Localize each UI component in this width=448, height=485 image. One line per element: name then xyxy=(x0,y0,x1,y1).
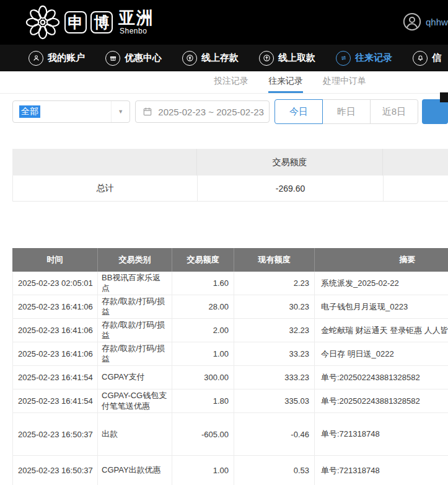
col-header-time: 时间 xyxy=(12,248,98,272)
brand-text: 亚洲 Shenbo xyxy=(118,9,154,35)
cell-time: 2025-02-23 16:50:37 xyxy=(13,413,98,456)
cell-amount: 1.80 xyxy=(172,389,234,413)
tab-bet-records[interactable]: 投注记录 xyxy=(214,71,248,93)
table-row: 2025-02-23 16:41:54 CGPAY-CG钱包支付笔笔送优惠 1.… xyxy=(13,389,448,413)
cell-time: 2025-02-23 02:05:01 xyxy=(13,272,98,295)
cell-amount: 1.00 xyxy=(172,456,234,485)
summary-total-row: 总计 -269.60 xyxy=(12,176,448,202)
nav-item-label: 线上取款 xyxy=(278,52,315,64)
cell-amount: 1.00 xyxy=(172,342,234,366)
cell-balance: 33.23 xyxy=(234,342,315,366)
search-button[interactable] xyxy=(422,99,448,124)
brand-logo[interactable]: 申 博 亚洲 Shenbo xyxy=(25,4,154,40)
brand-region: 亚洲 xyxy=(118,9,154,27)
nav-item-promotions[interactable]: 优惠中心 xyxy=(105,51,162,66)
cell-remark: 单号:721318748 xyxy=(315,456,448,485)
cell-time: 2025-02-23 16:41:54 xyxy=(13,389,98,413)
cell-time: 2025-02-23 16:41:54 xyxy=(13,366,98,389)
summary-total-empty xyxy=(384,176,448,202)
username: qhhw xyxy=(426,17,448,27)
cell-remark: 金蛇献瑞 财运通天 登录钜惠 人人皆 xyxy=(315,319,448,342)
summary-header-row: 交易额度 xyxy=(12,149,448,176)
cell-amount: 2.00 xyxy=(172,319,234,342)
nav-item-label: 我的账户 xyxy=(48,52,85,64)
avatar-icon xyxy=(403,12,421,31)
nav-item-label: 信 xyxy=(432,52,441,64)
withdraw-coin-icon xyxy=(259,51,274,66)
summary-total-value: -269.60 xyxy=(198,176,384,202)
tab-processing-orders[interactable]: 处理中订单 xyxy=(323,71,366,93)
nav-item-label: 优惠中心 xyxy=(125,52,162,64)
records-table-header: 时间 交易类别 交易额度 现有额度 摘要 xyxy=(12,248,448,272)
table-row: 2025-02-23 16:41:06 存款/取款/打码/损益 2.00 32.… xyxy=(13,319,448,342)
date-range-picker[interactable]: 2025-02-23 ~ 2025-02-23 xyxy=(135,100,270,123)
yesterday-button[interactable]: 昨日 xyxy=(322,99,371,124)
summary-total-label: 总计 xyxy=(13,176,198,202)
cell-remark: 电子钱包月月返现_0223 xyxy=(315,295,448,319)
cell-amount: -605.00 xyxy=(172,413,234,456)
cell-type: 存款/取款/打码/损益 xyxy=(98,295,172,319)
col-header-amount: 交易额度 xyxy=(172,248,234,272)
user-icon xyxy=(29,51,43,66)
user-account[interactable]: qhhw xyxy=(403,12,448,31)
records-table: 时间 交易类别 交易额度 现有额度 摘要 2025-02-23 02:05:01… xyxy=(12,248,448,485)
nav-item-withdraw[interactable]: 线上取款 xyxy=(259,51,315,66)
record-tabs: 投注记录 往来记录 处理中订单 xyxy=(0,71,448,94)
table-row: 2025-02-23 16:50:37 出款 -605.00 -0.46 单号:… xyxy=(13,413,448,456)
col-header-type: 交易类别 xyxy=(98,248,172,272)
cell-time: 2025-02-23 16:50:37 xyxy=(13,456,98,485)
cell-type: 出款 xyxy=(98,413,172,456)
cell-time: 2025-02-23 16:41:06 xyxy=(13,295,98,319)
nav-item-messages[interactable]: 信 xyxy=(413,51,441,66)
cell-remark: 单号:202502243881328582 xyxy=(315,366,448,389)
main-nav: 我的账户 优惠中心 线上存款 线上取款 往来记录 xyxy=(0,45,448,71)
quick-range-group: 今日 昨日 近8日 xyxy=(275,99,418,124)
cell-type: CGPAY-CG钱包支付笔笔送优惠 xyxy=(98,389,172,413)
table-row: 2025-02-23 16:41:54 CGPAY支付 300.00 333.2… xyxy=(13,366,448,389)
type-select-value: 全部 xyxy=(19,105,40,118)
nav-item-deposit[interactable]: 线上存款 xyxy=(182,51,239,66)
deposit-coin-icon xyxy=(182,51,197,66)
cell-amount: 28.00 xyxy=(172,295,234,319)
cell-remark: 系统派发_2025-02-22 xyxy=(315,272,448,295)
summary-header-empty xyxy=(383,149,448,176)
page: 申 博 亚洲 Shenbo qhhw 我的账户 xyxy=(0,0,448,485)
chevron-down-icon: ▼ xyxy=(111,101,130,122)
last-8-days-button[interactable]: 近8日 xyxy=(370,99,418,124)
edge-widget[interactable] xyxy=(440,92,448,102)
table-row: 2025-02-23 16:41:06 存款/取款/打码/损益 28.00 30… xyxy=(13,295,448,319)
top-header: 申 博 亚洲 Shenbo qhhw xyxy=(0,0,448,45)
summary-header-amount: 交易额度 xyxy=(197,149,383,176)
col-header-remark: 摘要 xyxy=(315,248,448,272)
cell-balance: 32.23 xyxy=(234,319,315,342)
cell-balance: 335.03 xyxy=(234,389,315,413)
table-row: 2025-02-23 02:05:01 BB视讯百家乐返点 1.60 2.23 … xyxy=(13,272,448,295)
calendar-icon xyxy=(143,107,152,117)
nav-item-my-account[interactable]: 我的账户 xyxy=(29,51,85,66)
type-select[interactable]: 全部 ▼ xyxy=(12,100,130,123)
tab-transaction-records[interactable]: 往来记录 xyxy=(268,71,303,93)
date-range-value: 2025-02-23 ~ 2025-02-23 xyxy=(158,107,264,117)
cell-time: 2025-02-23 16:41:06 xyxy=(13,342,98,366)
today-button[interactable]: 今日 xyxy=(275,99,323,124)
cell-amount: 300.00 xyxy=(172,366,234,389)
promo-icon xyxy=(105,51,120,66)
bell-icon xyxy=(413,51,428,66)
brand-subtitle: Shenbo xyxy=(118,27,154,35)
table-row: 2025-02-23 16:41:06 存款/取款/打码/损益 1.00 33.… xyxy=(13,342,448,366)
cell-type: 存款/取款/打码/损益 xyxy=(98,342,172,366)
col-header-balance: 现有额度 xyxy=(234,248,315,272)
cell-balance: -0.46 xyxy=(234,413,315,456)
summary-header-empty xyxy=(12,149,197,176)
nav-item-transaction-records[interactable]: 往来记录 xyxy=(336,51,392,66)
cell-type: CGPAY支付 xyxy=(98,366,172,389)
table-row: 2025-02-23 16:50:37 CGPAY出款优惠 1.00 0.53 … xyxy=(13,456,448,485)
logo-char-box: 博 xyxy=(90,11,113,33)
logo-char-box: 申 xyxy=(64,11,87,33)
cell-remark: 单号:721318748 xyxy=(315,413,448,456)
cell-balance: 0.53 xyxy=(234,456,315,485)
cell-remark: 今日存 明日送_0222 xyxy=(315,342,448,366)
records-table-body: 2025-02-23 02:05:01 BB视讯百家乐返点 1.60 2.23 … xyxy=(12,272,448,485)
cell-balance: 333.23 xyxy=(234,366,315,389)
cell-remark: 单号:202502243881328582 xyxy=(315,389,448,413)
